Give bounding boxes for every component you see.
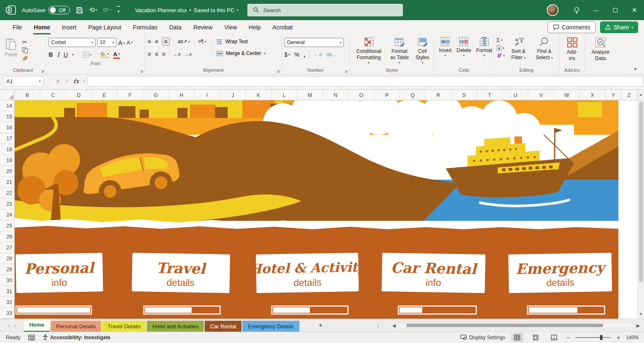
underline-button[interactable]: U [64,51,68,58]
macro-record-icon[interactable] [28,335,35,340]
find-select-button[interactable]: Find & Select ▾ [532,36,556,62]
ribbon-tab-page-layout[interactable]: Page Layout [82,20,127,34]
share-button[interactable]: Share ▾ [600,21,638,33]
display-settings-button[interactable]: Display Settings [460,335,505,340]
name-box[interactable]: A1▾ [3,76,44,86]
excel-logo-icon[interactable]: X [6,5,16,15]
zoom-slider[interactable] [576,337,611,338]
column-header-T[interactable]: T [477,90,503,100]
page-layout-view-icon[interactable] [530,333,542,342]
underline-dropdown-icon[interactable]: ▾ [72,53,74,57]
scroll-up-icon[interactable]: ▲ [638,90,644,99]
page-break-preview-icon[interactable] [548,333,561,342]
paste-button[interactable]: Paste ▾ [3,37,20,63]
cut-button[interactable]: ✂ [22,39,31,45]
undo-dropdown-icon[interactable]: ▾ [96,8,97,12]
nav-card-personal[interactable]: Personal info [16,253,103,293]
nav-card-hotel-activity[interactable]: Hotel & Activity details [249,253,368,293]
nav-card-car-rental[interactable]: Car Rental info [382,253,486,293]
column-header-Y[interactable]: Y [605,90,621,100]
column-header-C[interactable]: C [40,90,66,100]
worksheet-canvas[interactable]: Personal info Travel details Hotel & Act… [15,100,637,319]
ribbon-tab-acrobat[interactable]: Acrobat [267,20,299,34]
row-header-17[interactable]: 17 [0,133,14,144]
undo-button[interactable]: ⟲▾ [89,7,97,13]
zoom-out-icon[interactable]: − [566,334,570,341]
scroll-left-icon[interactable]: ◀ [392,323,396,328]
ribbon-tab-formulas[interactable]: Formulas [127,20,163,34]
ribbon-tab-review[interactable]: Review [187,20,218,34]
borders-icon[interactable]: ▾ [83,52,91,58]
ribbon-tab-view[interactable]: View [218,20,243,34]
maximize-button[interactable] [605,0,625,20]
ribbon-tab-help[interactable]: Help [243,20,267,34]
cancel-entry-icon[interactable]: ✕ [56,78,60,84]
delete-cells-button[interactable]: Delete▾ [454,36,473,59]
row-header-18[interactable]: 18 [0,144,14,155]
column-header-N[interactable]: N [323,90,348,100]
clipboard-dialog-launcher-icon[interactable]: ⇲ [41,69,44,73]
row-header-24[interactable]: 24 [0,209,14,220]
column-header-I[interactable]: I [195,90,220,100]
save-button[interactable] [76,7,83,14]
accounting-format-icon[interactable]: $▾ [284,51,290,58]
autosave-toggle[interactable]: AutoSave Off [22,6,70,14]
comments-button[interactable]: Comments [548,21,596,33]
select-all-corner[interactable] [0,90,15,100]
column-header-S[interactable]: S [452,90,477,100]
lightbulb-icon[interactable] [567,0,586,20]
copy-button[interactable]: ▾ [22,47,31,53]
document-title[interactable]: Vacation Planner.xlsx • Saved to this PC… [135,7,239,13]
scroll-right-icon[interactable]: ▶ [636,323,640,328]
insert-cells-button[interactable]: Insert▾ [437,36,454,59]
align-center-icon[interactable]: ≡ [155,51,158,58]
sheet-tab-travel-details[interactable]: Travel Details [102,321,146,332]
column-header-V[interactable]: V [528,90,554,100]
row-header-25[interactable]: 25 [0,220,14,231]
decrease-indent-icon[interactable]: ←≡ [174,52,181,57]
row-header-27[interactable]: 27 [0,242,14,253]
format-cells-button[interactable]: Format▾ [474,36,494,59]
redo-dropdown-icon[interactable]: ▾ [109,8,111,12]
column-header-P[interactable]: P [374,90,400,100]
format-as-table-button[interactable]: Format as Table▾ [387,36,412,66]
prev-sheet-icon[interactable]: ‹ [8,322,10,329]
cell-styles-button[interactable]: Cell Styles▾ [413,36,431,66]
align-left-icon[interactable]: ≡ [148,51,151,58]
zoom-in-icon[interactable]: + [617,334,620,341]
font-size-combo[interactable]: 10▾ [97,38,117,47]
percent-style-icon[interactable]: % [294,51,299,58]
column-header-H[interactable]: H [169,90,195,100]
column-header-J[interactable]: J [220,90,246,100]
column-header-W[interactable]: W [554,90,580,100]
zoom-level[interactable]: 140% [626,335,639,340]
minimize-button[interactable]: ─ [586,0,605,20]
column-header-Q[interactable]: Q [400,90,426,100]
addins-button[interactable]: Add-ins [562,36,582,63]
row-header-20[interactable]: 20 [0,166,14,177]
italic-button[interactable]: I [57,51,60,58]
vertical-scrollbar[interactable]: ▲ ▼ [637,90,644,319]
wrap-text-button[interactable]: Wrap Text [216,36,265,47]
formula-bar-dropdown-icon[interactable]: ▾ [83,79,85,83]
row-header-31[interactable]: 31 [0,286,14,297]
ribbon-tab-insert[interactable]: Insert [56,20,82,34]
row-header-28[interactable]: 28 [0,253,14,264]
bold-button[interactable]: B [49,51,53,58]
row-header-22[interactable]: 22 [0,188,14,199]
column-header-B[interactable]: B [15,90,40,100]
clear-button[interactable]: ▾ [496,53,505,58]
user-avatar[interactable] [547,4,558,16]
normal-view-icon[interactable] [511,333,524,342]
accessibility-status[interactable]: Accessibility: Investigate [42,334,110,340]
row-header-30[interactable]: 30 [0,275,14,286]
column-header-F[interactable]: F [117,90,143,100]
ribbon-tab-data[interactable]: Data [163,20,187,34]
number-format-combo[interactable]: General▾ [284,38,344,47]
align-top-icon[interactable]: ≡ [148,38,151,45]
search-box[interactable]: Search [247,4,403,16]
row-header-16[interactable]: 16 [0,122,14,133]
customize-quick-access-icon[interactable]: ▔▾ [117,8,120,13]
horizontal-scrollbar[interactable]: ◀ ▶ [392,319,640,332]
row-header-23[interactable]: 23 [0,199,14,209]
